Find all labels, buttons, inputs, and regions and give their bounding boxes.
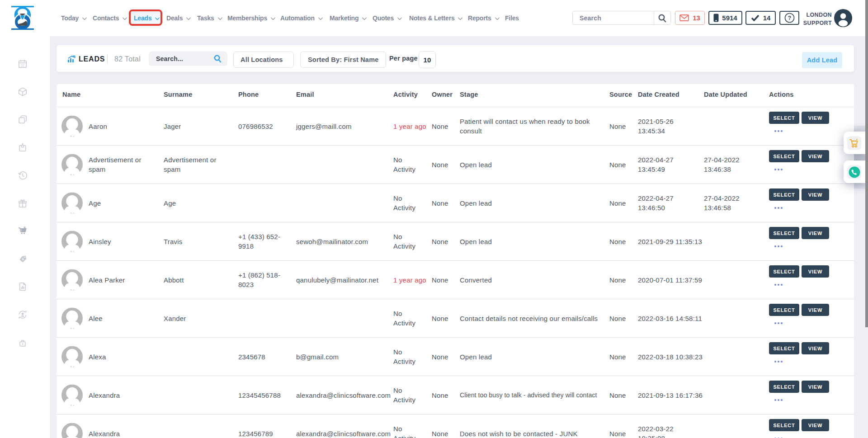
svg-text:?: ? bbox=[788, 15, 791, 21]
svg-text:12: 12 bbox=[21, 64, 24, 67]
